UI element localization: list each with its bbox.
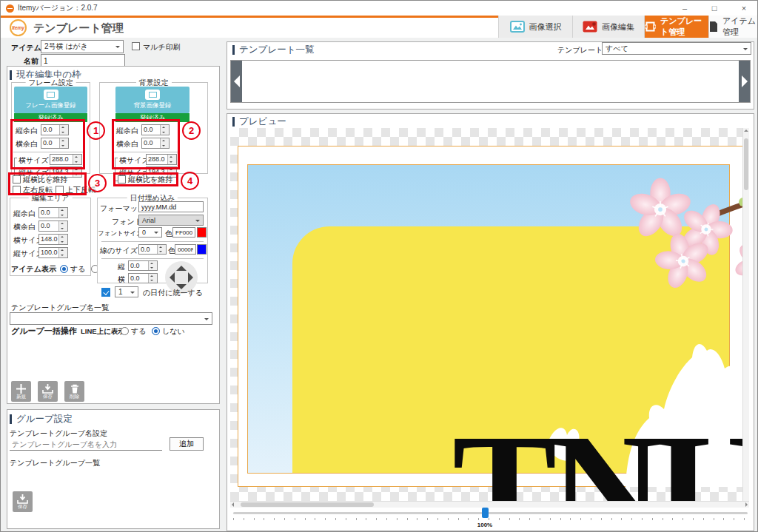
arrow-left-icon[interactable] (170, 272, 175, 283)
main-tab-bar: 画像選択 画像編集 テンプレート管理 アイテム管理 (498, 16, 758, 38)
tab-template-manage[interactable]: テンプレート管理 (644, 16, 708, 38)
edit-width-spinner[interactable]: 148.0 (38, 234, 68, 245)
edit-h-margin-spinner[interactable]: 0.0 (38, 220, 68, 232)
font-color-label: 色 (165, 229, 172, 239)
add-group-button[interactable]: 追加 (170, 437, 204, 451)
template-list-header: テンプレート一覧 (232, 44, 314, 56)
save-button-label: 保存 (43, 394, 53, 400)
date-h-label: 横 (118, 275, 125, 285)
chevron-right-icon (742, 75, 748, 87)
background-image-register-button[interactable]: 背景画像登録 (115, 87, 190, 113)
date-format-input[interactable] (138, 201, 204, 212)
new-button[interactable]: 新規 (11, 381, 31, 402)
edit-v-margin-spinner[interactable]: 0.0 (38, 207, 68, 218)
separator (101, 241, 204, 242)
annotation-box-1 (10, 119, 85, 169)
frame-image-register-button[interactable]: フレーム画像登録 (14, 87, 87, 113)
chevron-left-icon (234, 75, 240, 87)
application-window: Itemyバージョン：2.0.7 – □ × Itemy テンプレート管理 画像… (0, 0, 758, 532)
scrollbar-thumb[interactable] (744, 138, 748, 190)
scroll-right-icon[interactable] (745, 502, 748, 507)
line-color-input[interactable] (175, 244, 196, 255)
date-v-spinner[interactable]: 0.0 (128, 260, 158, 271)
preview-horizontal-scrollbar[interactable] (230, 501, 749, 508)
scroll-up-icon[interactable] (744, 129, 748, 132)
arrow-right-icon[interactable] (188, 272, 193, 283)
line-display-label: LINE上に表示 (81, 327, 125, 337)
preview-canvas[interactable]: TNU (230, 128, 749, 508)
delete-button[interactable]: 削除 (64, 381, 84, 402)
group-name-setting-label: テンプレートグループ名設定 (10, 428, 107, 439)
template-group-name-select[interactable] (10, 312, 212, 325)
app-icon (6, 4, 14, 13)
template-group-list-label: テンプレートグループ名一覧 (11, 303, 109, 313)
background-register-label: 背景画像登録 (134, 101, 172, 110)
group-settings-title: グループ設定 (16, 413, 73, 425)
date-h-spinner[interactable]: 0.0 (128, 273, 158, 283)
tab-label: 画像選択 (529, 21, 562, 33)
line-display-off-label: しない (162, 326, 185, 337)
unify-date-select[interactable]: 1 (115, 286, 138, 297)
date-font-select[interactable]: Arial (138, 215, 204, 226)
group-save-button[interactable]: 保存 (13, 491, 33, 512)
itemy-logo: Itemy (10, 19, 27, 36)
line-display-off-radio[interactable] (152, 327, 160, 335)
group-settings-panel (7, 409, 220, 529)
font-color-swatch[interactable] (197, 227, 207, 238)
image-placeholder-icon (44, 90, 58, 100)
group-name-input[interactable] (10, 438, 162, 451)
scroll-left-icon[interactable] (232, 502, 234, 507)
save-icon (17, 494, 28, 504)
trash-icon (70, 384, 79, 394)
frame-register-label: フレーム画像登録 (25, 101, 76, 110)
line-color-swatch[interactable] (197, 244, 207, 255)
template-group-value: すべて (606, 44, 628, 54)
window-title: Itemyバージョン：2.0.7 (18, 3, 98, 13)
minimize-button[interactable]: – (670, 1, 700, 16)
unify-date-value: 1 (118, 288, 123, 296)
item-display-on-radio[interactable] (60, 265, 68, 273)
item-display-label: アイテム表示 (11, 264, 56, 275)
multi-print-checkbox[interactable] (132, 42, 140, 50)
scrollbar-thumb[interactable] (241, 502, 374, 507)
bulk-operation-label: グループ一括操作 (11, 326, 77, 337)
line-display-on-radio[interactable] (121, 327, 129, 335)
delete-button-label: 削除 (70, 394, 79, 400)
item-label: アイテム (11, 43, 41, 53)
arrow-up-icon[interactable] (176, 266, 187, 271)
line-size-label: 線のサイズ (100, 246, 138, 256)
annotation-number-2: 2 (182, 121, 201, 140)
annotation-box-3 (8, 172, 87, 195)
line-size-spinner[interactable]: 0.0 (138, 244, 167, 255)
title-bar[interactable]: Itemyバージョン：2.0.7 – □ × (1, 1, 758, 16)
zoom-slider-handle[interactable] (482, 508, 489, 518)
cherry-blossom-branch (611, 174, 749, 314)
close-button[interactable]: × (729, 1, 758, 16)
item-display-on-label: する (70, 264, 85, 275)
font-color-input[interactable] (172, 227, 195, 238)
tab-item-manage[interactable]: アイテム管理 (708, 16, 758, 38)
group-list-label: テンプレートグループ一覧 (10, 458, 100, 468)
zoom-level-label: 100% (474, 522, 496, 528)
maximize-button[interactable]: □ (700, 1, 729, 16)
preview-title: プレビュー (239, 115, 286, 128)
tab-image-select[interactable]: 画像選択 (498, 16, 572, 38)
preview-vertical-scrollbar[interactable] (742, 128, 749, 508)
tab-image-edit[interactable]: 画像編集 (572, 16, 644, 38)
save-button[interactable]: 保存 (38, 381, 58, 402)
item-select-value: 2号横 はがき (44, 41, 88, 52)
unify-date-checkbox[interactable] (101, 288, 110, 297)
annotation-number-3: 3 (88, 174, 107, 192)
template-group-select[interactable]: すべて (602, 42, 751, 55)
carousel-prev-button[interactable] (231, 61, 242, 102)
preview-header: プレビュー (232, 115, 286, 128)
image-placeholder-icon (145, 90, 160, 100)
carousel-next-button[interactable] (739, 61, 750, 102)
line-display-on-label: する (131, 326, 146, 337)
zoom-slider-track[interactable] (233, 512, 748, 514)
font-size-select[interactable]: 0 (138, 227, 162, 238)
template-carousel (230, 60, 751, 103)
edit-height-spinner[interactable]: 100.0 (38, 247, 68, 258)
zoom-slider-ticks (233, 518, 748, 520)
item-select[interactable]: 2号横 はがき (41, 40, 124, 53)
